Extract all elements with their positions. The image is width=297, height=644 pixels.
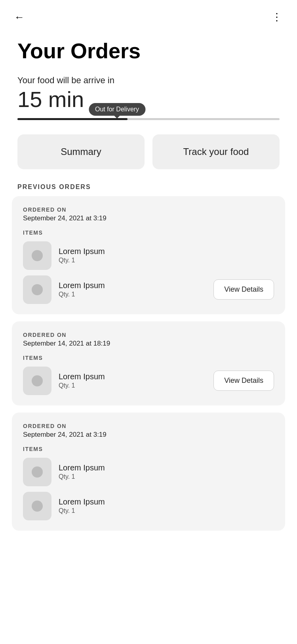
item-name: Lorem Ipsum bbox=[59, 463, 274, 472]
items-label: ITEMS bbox=[23, 229, 274, 236]
arrival-section: Your food will be arrive in 15 min Out f… bbox=[0, 63, 297, 120]
order-date: September 14, 2021 at 18:19 bbox=[23, 340, 274, 348]
item-info: Lorem Ipsum Qty. 1 bbox=[51, 497, 274, 514]
item-thumb-icon bbox=[32, 466, 43, 478]
more-menu-button[interactable]: ⋮ bbox=[272, 11, 283, 23]
orders-list: ORDERED ON September 24, 2021 at 3:19 IT… bbox=[0, 196, 297, 531]
item-thumbnail bbox=[23, 492, 51, 520]
item-qty: Qty. 1 bbox=[59, 507, 274, 514]
item-row: Lorem Ipsum Qty. 1 bbox=[23, 458, 274, 486]
order-date: September 24, 2021 at 3:19 bbox=[23, 431, 274, 439]
item-qty: Qty. 1 bbox=[59, 257, 274, 264]
back-button[interactable]: ← bbox=[14, 11, 25, 23]
delivery-status-tooltip: Out for Delivery bbox=[89, 103, 145, 116]
ordered-on-label: ORDERED ON bbox=[23, 332, 274, 338]
item-thumbnail bbox=[23, 367, 51, 395]
item-name: Lorem Ipsum bbox=[59, 281, 213, 290]
view-details-button[interactable]: View Details bbox=[213, 279, 274, 300]
items-label: ITEMS bbox=[23, 446, 274, 452]
item-thumbnail bbox=[23, 458, 51, 486]
item-thumbnail bbox=[23, 275, 51, 304]
top-bar: ← ⋮ bbox=[0, 0, 297, 23]
item-thumb-icon bbox=[32, 284, 43, 295]
item-thumb-icon bbox=[32, 250, 43, 261]
ordered-on-label: ORDERED ON bbox=[23, 423, 274, 429]
progress-bar-fill bbox=[17, 118, 128, 120]
tab-track[interactable]: Track your food bbox=[152, 134, 280, 169]
item-thumbnail bbox=[23, 241, 51, 270]
item-name: Lorem Ipsum bbox=[59, 497, 274, 506]
page-title: Your Orders bbox=[0, 23, 297, 63]
previous-orders-label: PREVIOUS ORDERS bbox=[0, 169, 297, 196]
view-details-button[interactable]: View Details bbox=[213, 371, 274, 391]
item-qty: Qty. 1 bbox=[59, 473, 274, 480]
item-info: Lorem Ipsum Qty. 1 bbox=[51, 372, 213, 389]
item-row: Lorem Ipsum Qty. 1 View Details bbox=[23, 275, 274, 304]
order-card-0: ORDERED ON September 24, 2021 at 3:19 IT… bbox=[12, 196, 285, 314]
item-name: Lorem Ipsum bbox=[59, 372, 213, 381]
item-thumb-icon bbox=[32, 501, 43, 512]
item-info: Lorem Ipsum Qty. 1 bbox=[51, 247, 274, 264]
progress-bar-background bbox=[17, 118, 280, 120]
items-label: ITEMS bbox=[23, 355, 274, 361]
item-qty: Qty. 1 bbox=[59, 382, 213, 389]
ordered-on-label: ORDERED ON bbox=[23, 206, 274, 213]
item-thumb-icon bbox=[32, 375, 43, 386]
arrival-subtitle: Your food will be arrive in bbox=[17, 75, 280, 86]
item-info: Lorem Ipsum Qty. 1 bbox=[51, 463, 274, 480]
progress-container: Out for Delivery bbox=[17, 118, 280, 120]
tab-summary[interactable]: Summary bbox=[17, 134, 145, 169]
item-row: Lorem Ipsum Qty. 1 bbox=[23, 492, 274, 520]
tabs-section: Summary Track your food bbox=[0, 120, 297, 169]
item-row: Lorem Ipsum Qty. 1 View Details bbox=[23, 367, 274, 395]
order-card-1: ORDERED ON September 14, 2021 at 18:19 I… bbox=[12, 321, 285, 405]
order-date: September 24, 2021 at 3:19 bbox=[23, 214, 274, 222]
item-name: Lorem Ipsum bbox=[59, 247, 274, 256]
item-qty: Qty. 1 bbox=[59, 291, 213, 298]
arrival-time: 15 min bbox=[17, 87, 280, 112]
item-row: Lorem Ipsum Qty. 1 bbox=[23, 241, 274, 270]
item-info: Lorem Ipsum Qty. 1 bbox=[51, 281, 213, 298]
order-card-2: ORDERED ON September 24, 2021 at 3:19 IT… bbox=[12, 413, 285, 531]
